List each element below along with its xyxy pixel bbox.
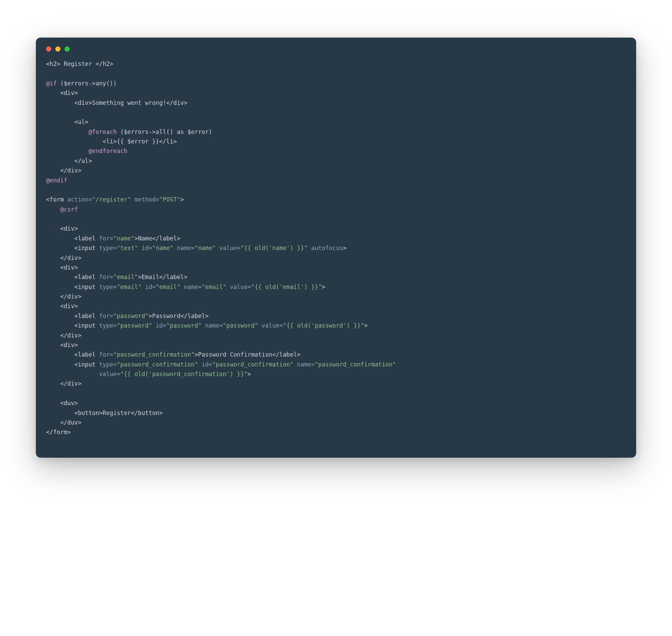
code-editor-window: <h2> Register </h2> @if ($errors->any())… <box>36 38 636 458</box>
input-value-name: {{ old('name') }} <box>244 245 304 251</box>
label-for-pw: password <box>117 313 145 319</box>
label-email: Email <box>141 274 159 280</box>
input-value-pw: {{ old('password') }} <box>286 322 361 329</box>
input-name-name: name <box>198 245 212 251</box>
blade-if: @if <box>46 80 57 87</box>
window-chrome <box>46 46 626 52</box>
label-pwc: Password Confirmation <box>198 351 272 358</box>
blade-endforeach: @endforeach <box>88 148 127 154</box>
tag-duv-open: duv <box>64 400 74 406</box>
tag-h2-open: h2 <box>50 60 57 67</box>
input-id-pw: password <box>170 322 198 329</box>
error-header: Something went wrong! <box>92 99 166 106</box>
if-expression: ($errors->any()) <box>60 80 117 87</box>
input-type-email: email <box>120 284 138 290</box>
input-type-pw: password <box>120 322 149 329</box>
label-name: Name <box>138 235 152 242</box>
input-id-name: name <box>156 245 170 251</box>
blade-csrf: @csrf <box>60 206 78 213</box>
form-action: /register <box>96 196 127 203</box>
input-value-pwc: {{ old('password_confirmation') }} <box>124 371 244 377</box>
label-for-pwc: password_confirmation <box>117 351 191 358</box>
input-id-email: email <box>159 284 177 290</box>
tag-duv-close: duv <box>67 419 78 426</box>
input-name-pwc: password_confirmation <box>318 361 392 368</box>
foreach-expression: ($errors->all() as $error) <box>120 128 212 135</box>
close-icon[interactable] <box>46 46 51 52</box>
input-extra-name: autofocus <box>311 245 343 251</box>
blade-foreach: @foreach <box>88 128 117 135</box>
blade-endif: @endif <box>46 177 67 184</box>
input-name-pw: password <box>226 322 255 329</box>
label-for-name: name <box>117 235 131 242</box>
input-id-pwc: password_confirmation <box>216 361 290 368</box>
minimize-icon[interactable] <box>55 46 60 52</box>
form-method: POST <box>163 196 177 203</box>
input-value-email: {{ old('email') }} <box>255 284 318 290</box>
page-title: Register <box>64 60 92 67</box>
label-pw: Password <box>152 313 181 319</box>
label-for-email: email <box>117 274 135 280</box>
zoom-icon[interactable] <box>65 46 70 52</box>
code-block: <h2> Register </h2> @if ($errors->any())… <box>46 59 626 437</box>
error-item: {{ $error }} <box>117 138 159 145</box>
input-type-name: text <box>120 245 134 251</box>
input-type-pwc: password_confirmation <box>120 361 194 368</box>
submit-button-label: Register <box>103 410 131 416</box>
input-name-email: email <box>205 284 223 290</box>
tag-h2-close: h2 <box>103 60 110 67</box>
